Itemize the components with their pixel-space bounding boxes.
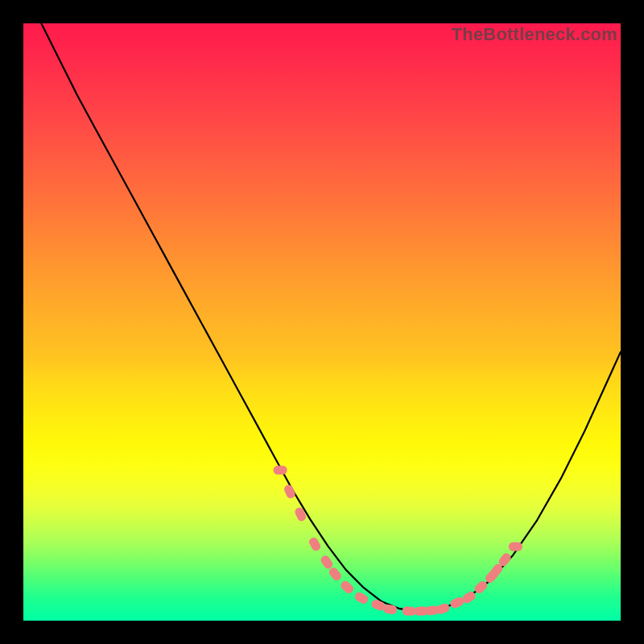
marker-point (274, 466, 287, 475)
marker-point (328, 566, 343, 582)
marker-point (283, 484, 296, 500)
bottleneck-curve (41, 23, 621, 612)
marker-group (274, 466, 522, 617)
chart-overlay (23, 23, 621, 621)
marker-point (308, 536, 322, 552)
marker-point (402, 606, 416, 616)
chart-container: TheBottleneck.com (0, 0, 644, 644)
marker-point (294, 506, 308, 522)
marker-point (353, 591, 369, 605)
marker-point (339, 580, 355, 596)
marker-point (509, 543, 522, 551)
marker-point (320, 554, 335, 570)
